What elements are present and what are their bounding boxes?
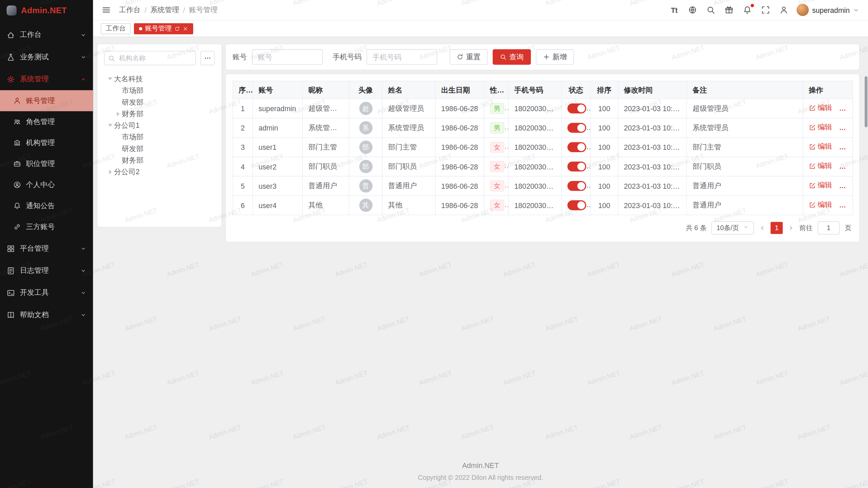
status-toggle[interactable] bbox=[567, 103, 586, 113]
search-button[interactable]: 查询 bbox=[493, 49, 531, 65]
caret-down-icon[interactable] bbox=[106, 78, 114, 80]
sidebar-item-system-manage[interactable]: 系统管理 bbox=[0, 68, 93, 90]
sidebar-item-business-test[interactable]: 业务测试 bbox=[0, 46, 93, 68]
refresh-icon[interactable] bbox=[174, 26, 180, 31]
page-size-select[interactable]: 10条/页 bbox=[711, 221, 754, 235]
tree-node[interactable]: 大名科技 bbox=[104, 73, 215, 85]
sidebar-item-third-account[interactable]: 三方账号 bbox=[0, 216, 93, 237]
right-column: 账号 手机号码 重置 查询 bbox=[226, 44, 859, 242]
org-more-button[interactable] bbox=[200, 51, 215, 65]
sidebar-item-label: 角色管理 bbox=[26, 117, 86, 126]
sidebar-item-account-manage[interactable]: 账号管理 bbox=[0, 90, 93, 111]
reset-button[interactable]: 重置 bbox=[450, 49, 488, 65]
status-toggle[interactable] bbox=[567, 181, 586, 191]
search-button[interactable] bbox=[705, 4, 716, 16]
sidebar-item-dev-tools[interactable]: 开发工具 bbox=[0, 282, 93, 304]
sidebar-item-label: 平台管理 bbox=[20, 243, 75, 253]
notification-badge bbox=[751, 4, 754, 7]
edit-button[interactable]: 编辑 bbox=[809, 200, 832, 210]
cell-order: 100 bbox=[590, 157, 618, 176]
account-filter-input[interactable] bbox=[252, 49, 323, 65]
status-toggle[interactable] bbox=[567, 123, 586, 133]
column-header: 头像 bbox=[349, 81, 382, 99]
goto-page-input[interactable] bbox=[817, 221, 840, 235]
sidebar-item-profile-center[interactable]: 个人中心 bbox=[0, 174, 93, 195]
row-more-button[interactable] bbox=[839, 145, 846, 152]
status-toggle[interactable] bbox=[567, 142, 586, 152]
user-menu[interactable]: superadmin bbox=[796, 4, 859, 16]
caret-right-icon[interactable] bbox=[106, 169, 114, 174]
tree-node[interactable]: 研发部 bbox=[104, 96, 215, 108]
cell-modified: 2023-01-03 10:59:44 bbox=[618, 118, 687, 138]
tree-node[interactable]: 财务部 bbox=[104, 155, 215, 166]
tree-node[interactable]: 研发部 bbox=[104, 143, 215, 154]
edit-button[interactable]: 编辑 bbox=[809, 123, 832, 133]
cell-status bbox=[561, 138, 590, 157]
sidebar-item-label: 系统管理 bbox=[20, 74, 75, 84]
prev-page-button[interactable] bbox=[759, 225, 766, 231]
sidebar-item-notice[interactable]: 通知公告 bbox=[0, 195, 93, 216]
breadcrumb-item[interactable]: 工作台 bbox=[119, 5, 141, 15]
org-search-input[interactable] bbox=[104, 51, 196, 65]
username: superadmin bbox=[812, 6, 850, 14]
cell-ops: 编辑 bbox=[803, 157, 853, 176]
scrollbar-thumb[interactable] bbox=[865, 76, 867, 127]
sidebar-item-log-manage[interactable]: 日志管理 bbox=[0, 260, 93, 282]
chevron-up-icon bbox=[80, 76, 86, 82]
cell-order: 100 bbox=[590, 118, 618, 138]
theme-button[interactable] bbox=[724, 4, 735, 16]
close-icon[interactable] bbox=[183, 26, 188, 31]
column-header: 昵称 bbox=[302, 81, 349, 99]
cell-name: 其他 bbox=[382, 196, 435, 215]
edit-button[interactable]: 编辑 bbox=[809, 103, 832, 113]
edit-button[interactable]: 编辑 bbox=[809, 181, 832, 190]
edit-button[interactable]: 编辑 bbox=[809, 161, 832, 171]
breadcrumb-item[interactable]: 系统管理 bbox=[150, 5, 179, 15]
edit-button-label: 编辑 bbox=[817, 142, 832, 152]
edit-button[interactable]: 编辑 bbox=[809, 142, 832, 152]
phone-filter-input[interactable] bbox=[367, 49, 437, 65]
phone-filter-label: 手机号码 bbox=[333, 52, 361, 62]
plus-icon bbox=[543, 54, 550, 60]
row-more-button[interactable] bbox=[839, 183, 846, 191]
font-size-button[interactable]: Tt bbox=[669, 4, 680, 16]
tab-1[interactable]: 账号管理 bbox=[134, 23, 193, 34]
gear-icon bbox=[7, 75, 15, 83]
tree-node[interactable]: 分公司1 bbox=[104, 120, 215, 131]
fullscreen-button[interactable] bbox=[760, 4, 771, 16]
status-toggle[interactable] bbox=[567, 200, 586, 210]
next-page-button[interactable] bbox=[788, 225, 794, 231]
tree-node[interactable]: 财务部 bbox=[104, 108, 215, 119]
row-more-button[interactable] bbox=[839, 203, 846, 210]
row-more-button[interactable] bbox=[839, 125, 846, 133]
hamburger-menu-icon[interactable] bbox=[101, 4, 112, 16]
notification-button[interactable] bbox=[742, 4, 753, 16]
sidebar-item-help-docs[interactable]: 帮助文档 bbox=[0, 304, 93, 326]
add-button[interactable]: 新增 bbox=[536, 49, 574, 65]
cell-nickname: 其他 bbox=[302, 196, 349, 215]
row-more-button[interactable] bbox=[839, 106, 846, 114]
top-header: 工作台/系统管理/账号管理 Ttsuperadmin bbox=[93, 0, 868, 20]
sidebar-item-role-manage[interactable]: 角色管理 bbox=[0, 111, 93, 132]
page-size-value: 10条/页 bbox=[716, 223, 739, 233]
tree-node[interactable]: 市场部 bbox=[104, 85, 215, 96]
table-row: 3user1部门主管部部门主管1986-06-28女18020030720100… bbox=[233, 138, 853, 157]
caret-right-icon[interactable] bbox=[114, 111, 122, 116]
user-button[interactable] bbox=[778, 4, 790, 16]
breadcrumb-item[interactable]: 账号管理 bbox=[189, 5, 218, 15]
caret-down-icon[interactable] bbox=[106, 124, 114, 127]
current-page[interactable]: 1 bbox=[771, 222, 783, 234]
gender-badge: 女 bbox=[490, 200, 504, 211]
tree-node[interactable]: 分公司2 bbox=[104, 166, 215, 178]
tab-0[interactable]: 工作台 bbox=[101, 23, 131, 34]
sidebar-item-org-manage[interactable]: 机构管理 bbox=[0, 132, 93, 153]
tree-node[interactable]: 市场部 bbox=[104, 131, 215, 143]
sidebar-item-label: 账号管理 bbox=[26, 96, 86, 105]
sidebar-item-position-manage[interactable]: 职位管理 bbox=[0, 153, 93, 174]
logo[interactable]: Admin.NET bbox=[0, 0, 93, 20]
row-more-button[interactable] bbox=[839, 164, 846, 172]
status-toggle[interactable] bbox=[567, 162, 586, 171]
language-button[interactable] bbox=[687, 4, 698, 16]
sidebar-item-platform-manage[interactable]: 平台管理 bbox=[0, 237, 93, 259]
sidebar-item-workbench[interactable]: 工作台 bbox=[0, 24, 93, 46]
